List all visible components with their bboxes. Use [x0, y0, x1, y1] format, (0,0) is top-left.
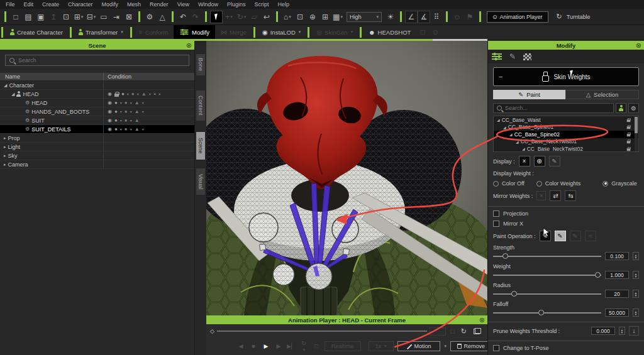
bone-settings-button[interactable]: ⚙: [628, 103, 639, 113]
tree-row-camera[interactable]: ▸Camera: [0, 160, 194, 169]
screen-capture-button[interactable]: ⊠: [123, 11, 135, 23]
motion-button[interactable]: Motion: [397, 341, 440, 351]
material-sphere-icon[interactable]: ●: [121, 92, 125, 97]
headshot-person-button[interactable]: ☺: [429, 26, 441, 38]
home-view-button[interactable]: ⌂▾: [281, 11, 294, 23]
radius-spinner[interactable]: ▴▾: [633, 290, 639, 298]
select-tool-button[interactable]: [210, 11, 223, 23]
bone-list-scrollbar[interactable]: [635, 117, 638, 152]
collapsed-icon[interactable]: ▸: [4, 153, 6, 158]
loop-button[interactable]: ↻ ▾: [299, 340, 308, 352]
radius-value[interactable]: 20: [605, 290, 629, 298]
menu-mesh[interactable]: Mesh: [123, 1, 145, 8]
side-tab-content[interactable]: Content: [196, 90, 206, 121]
pyramid-tool-button[interactable]: △: [156, 11, 169, 23]
radius-slider[interactable]: [493, 290, 601, 297]
weight-slider[interactable]: [493, 271, 601, 278]
bone-row-waist[interactable]: ◢CC_Base_Waist: [494, 116, 638, 124]
eye-icon[interactable]: ◉: [108, 92, 112, 97]
tree-row-head-avatar[interactable]: ◢HEAD ◉ ●▾ ●▾ ▲▾ ×▾: [0, 90, 194, 99]
settings-button[interactable]: ⚙: [143, 11, 156, 23]
texture-tab-icon[interactable]: [523, 53, 531, 60]
remove-button[interactable]: Remove: [450, 341, 492, 351]
menu-create[interactable]: Create: [38, 1, 64, 8]
prev-frame-button[interactable]: ◀: [236, 343, 245, 349]
paint-smooth-button[interactable]: ≈: [585, 231, 596, 241]
turntable-toggle[interactable]: ↻ Turntable: [555, 13, 591, 21]
menu-help[interactable]: Help: [274, 1, 294, 8]
falloff-value[interactable]: 50.000: [605, 309, 629, 317]
tpose-checkbox[interactable]: [493, 345, 499, 351]
render-settings-button[interactable]: ▦▾: [331, 11, 344, 23]
prune-apply-button[interactable]: ↓: [629, 326, 639, 336]
tab-paint[interactable]: ✎ Paint: [493, 90, 565, 99]
rotate-tool-button[interactable]: ↻▾: [235, 11, 248, 23]
tab-conform[interactable]: ≡Conform: [133, 25, 174, 39]
timeline-track[interactable]: [217, 330, 427, 332]
material-sphere-icon[interactable]: ●: [114, 118, 118, 123]
lighting-button[interactable]: ☀: [384, 11, 397, 23]
mesh-icon[interactable]: ▲: [135, 118, 140, 123]
close-icon[interactable]: ⊗: [479, 315, 485, 324]
send-to-button[interactable]: ⇥: [110, 11, 123, 23]
weight-value[interactable]: 1.000: [605, 271, 629, 279]
mesh-icon[interactable]: ▲: [135, 127, 140, 132]
constraint-x-icon[interactable]: ×: [153, 92, 157, 97]
material-sphere-icon[interactable]: ●: [114, 109, 118, 114]
menu-edit[interactable]: Edit: [19, 1, 38, 8]
mesh-icon[interactable]: ▲: [135, 101, 140, 106]
character-group-button[interactable]: ⠿: [430, 11, 443, 23]
collapsed-icon[interactable]: ▸: [4, 162, 6, 167]
tab-merge[interactable]: ⋈Merge: [215, 25, 252, 39]
texture-sphere-icon[interactable]: ●: [131, 92, 135, 97]
projection-checkbox[interactable]: [493, 210, 499, 217]
display-bone-button[interactable]: ✎: [549, 156, 560, 167]
lock-icon[interactable]: [627, 147, 631, 151]
export-doc-button[interactable]: ▭: [97, 11, 110, 23]
attribute-tab-icon[interactable]: [492, 53, 502, 60]
scale-tool-button[interactable]: ▱: [248, 11, 260, 23]
mirror-axis-button[interactable]: ×: [536, 191, 546, 200]
to-end-button[interactable]: ▶▏: [287, 343, 296, 349]
expanded-icon[interactable]: ◢: [11, 92, 14, 97]
headshot-extra-button[interactable]: □: [416, 26, 429, 38]
bone-row-necktwist02[interactable]: ◢CC_Base_NeckTwist02: [494, 145, 638, 152]
side-tab-visual[interactable]: Visual: [196, 168, 206, 195]
reset-transform-button[interactable]: ↩: [260, 11, 273, 23]
display-gizmo-button[interactable]: ⊕: [534, 156, 545, 167]
menu-file[interactable]: File: [1, 1, 19, 8]
strength-value[interactable]: 0.100: [605, 252, 629, 260]
quality-dropdown[interactable]: High ▾: [347, 12, 382, 22]
frame-all-button[interactable]: ⊞: [319, 11, 331, 23]
bone-tree-list[interactable]: ◢CC_Base_Waist ◢CC_Base_Spine01 ◢CC_Base…: [493, 116, 639, 152]
frame-mode-button[interactable]: □: [312, 343, 321, 349]
animation-player-toggle[interactable]: ⊙ Animation Player: [487, 11, 548, 23]
frame-spinner[interactable]: [430, 327, 446, 336]
edit-motion-layer-button[interactable]: ∡: [418, 11, 430, 23]
frame-fit-button[interactable]: ⊕: [306, 11, 319, 23]
falloff-slider[interactable]: [493, 309, 601, 316]
tab-instalod[interactable]: ◉InstaLOD▾: [257, 25, 306, 39]
redo-button[interactable]: ↷: [189, 11, 202, 23]
material-sphere-icon[interactable]: ●: [114, 101, 118, 106]
bone-row-necktwist01[interactable]: ◢CC_Base_NeckTwist01: [494, 138, 638, 146]
skin-tab-icon[interactable]: ✎: [509, 52, 516, 61]
show-skeleton-button[interactable]: [616, 103, 626, 113]
paint-subtract-button[interactable]: ✎: [570, 231, 581, 241]
texture-sphere-icon[interactable]: ●: [125, 118, 128, 123]
tree-row-suit[interactable]: ⚙SUIT ◉ ●▾ ●▾ ▲: [0, 116, 194, 125]
move-tool-button[interactable]: +▾: [223, 11, 235, 23]
strength-slider[interactable]: [493, 253, 601, 259]
column-name[interactable]: Name: [0, 73, 104, 80]
expanded-icon[interactable]: ◢: [4, 83, 7, 88]
eye-icon[interactable]: ◉: [108, 101, 112, 106]
prune-value[interactable]: 0.000: [591, 327, 615, 335]
tab-transformer[interactable]: Transformer▾: [73, 25, 129, 39]
export-character-button[interactable]: ⊡: [60, 11, 72, 23]
play-button[interactable]: ▶: [262, 343, 270, 349]
menu-script[interactable]: Script: [250, 1, 274, 8]
material-sphere-icon[interactable]: ●: [114, 127, 118, 132]
open-project-button[interactable]: ▤: [22, 11, 35, 23]
turntable-icon[interactable]: ↻: [461, 327, 467, 336]
close-icon[interactable]: ⊗: [186, 41, 192, 50]
